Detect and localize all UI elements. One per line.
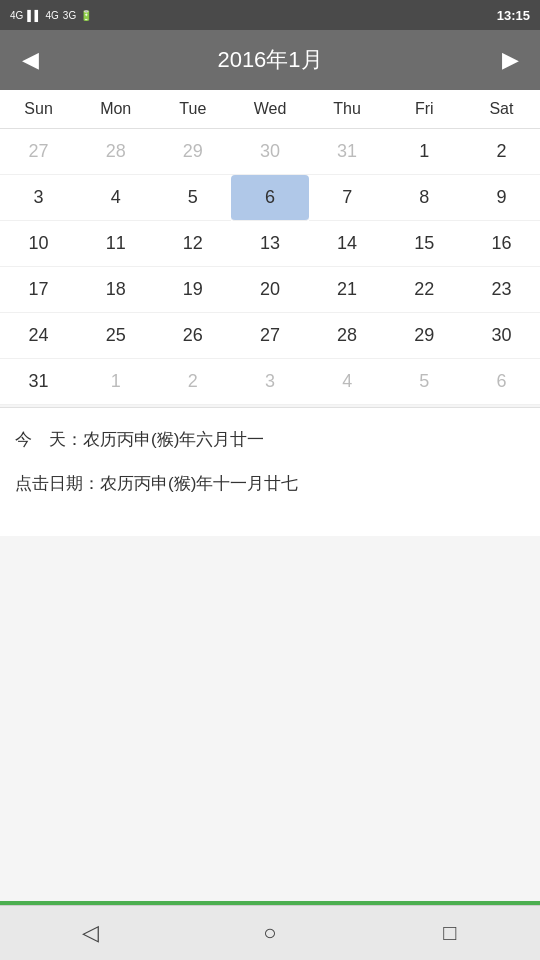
calendar-cell-week5-day3[interactable]: 3 [231, 359, 308, 405]
calendar-cell-week2-day1[interactable]: 11 [77, 221, 154, 267]
calendar: SunMonTueWedThuFriSat 272829303112345678… [0, 90, 540, 405]
weekday-header-mon: Mon [77, 90, 154, 128]
calendar-cell-week1-day5[interactable]: 8 [386, 175, 463, 221]
calendar-cell-week5-day5[interactable]: 5 [386, 359, 463, 405]
status-icons: 4G ▌▌ 4G 3G 🔋 [10, 10, 92, 21]
calendar-cell-week5-day6[interactable]: 6 [463, 359, 540, 405]
calendar-cell-week3-day0[interactable]: 17 [0, 267, 77, 313]
clicked-value: 农历丙申(猴)年十一月廿七 [100, 474, 298, 493]
calendar-cell-week5-day1[interactable]: 1 [77, 359, 154, 405]
calendar-cell-week1-day3[interactable]: 6 [231, 175, 308, 221]
calendar-cell-week3-day1[interactable]: 18 [77, 267, 154, 313]
calendar-cell-week2-day5[interactable]: 15 [386, 221, 463, 267]
calendar-cell-week3-day2[interactable]: 19 [154, 267, 231, 313]
calendar-cell-week3-day6[interactable]: 23 [463, 267, 540, 313]
weekday-header-tue: Tue [154, 90, 231, 128]
calendar-cell-week1-day1[interactable]: 4 [77, 175, 154, 221]
clicked-date-row: 点击日期：农历丙申(猴)年十一月廿七 [15, 472, 525, 496]
calendar-cell-week3-day4[interactable]: 21 [309, 267, 386, 313]
status-time: 13:15 [497, 8, 530, 23]
calendar-grid: 2728293031123456789101112131415161718192… [0, 129, 540, 405]
weekday-header-sun: Sun [0, 90, 77, 128]
calendar-cell-week2-day2[interactable]: 12 [154, 221, 231, 267]
calendar-cell-week4-day6[interactable]: 30 [463, 313, 540, 359]
today-label: 今 天： [15, 430, 83, 449]
signal-bars: ▌▌ [27, 10, 41, 21]
calendar-title: 2016年1月 [50, 45, 490, 75]
weekday-header-sat: Sat [463, 90, 540, 128]
signal-4g-1: 4G [10, 10, 23, 21]
calendar-cell-week5-day0[interactable]: 31 [0, 359, 77, 405]
status-bar: 4G ▌▌ 4G 3G 🔋 13:15 [0, 0, 540, 30]
weekday-header-wed: Wed [231, 90, 308, 128]
calendar-nav-header: ◀ 2016年1月 ▶ [0, 30, 540, 90]
calendar-cell-week2-day3[interactable]: 13 [231, 221, 308, 267]
weekday-header-thu: Thu [309, 90, 386, 128]
calendar-cell-week1-day6[interactable]: 9 [463, 175, 540, 221]
prev-month-button[interactable]: ◀ [10, 40, 50, 80]
calendar-cell-week4-day5[interactable]: 29 [386, 313, 463, 359]
calendar-cell-week3-day3[interactable]: 20 [231, 267, 308, 313]
calendar-cell-week0-day6[interactable]: 2 [463, 129, 540, 175]
bottom-nav: ◁ ○ □ [0, 905, 540, 960]
calendar-cell-week0-day2[interactable]: 29 [154, 129, 231, 175]
home-button[interactable]: ○ [240, 913, 300, 953]
calendar-cell-week2-day6[interactable]: 16 [463, 221, 540, 267]
calendar-cell-week0-day4[interactable]: 31 [309, 129, 386, 175]
weekday-header-fri: Fri [386, 90, 463, 128]
calendar-cell-week0-day3[interactable]: 30 [231, 129, 308, 175]
signal-4g-2: 4G [46, 10, 59, 21]
calendar-cell-week4-day4[interactable]: 28 [309, 313, 386, 359]
calendar-cell-week1-day0[interactable]: 3 [0, 175, 77, 221]
calendar-cell-week0-day5[interactable]: 1 [386, 129, 463, 175]
calendar-cell-week1-day2[interactable]: 5 [154, 175, 231, 221]
info-section: 今 天：农历丙申(猴)年六月廿一 点击日期：农历丙申(猴)年十一月廿七 [0, 407, 540, 536]
calendar-cell-week1-day4[interactable]: 7 [309, 175, 386, 221]
signal-3g: 3G [63, 10, 76, 21]
calendar-cell-week0-day0[interactable]: 27 [0, 129, 77, 175]
calendar-cell-week5-day4[interactable]: 4 [309, 359, 386, 405]
calendar-cell-week4-day1[interactable]: 25 [77, 313, 154, 359]
today-value: 农历丙申(猴)年六月廿一 [83, 430, 264, 449]
back-button[interactable]: ◁ [60, 913, 120, 953]
calendar-cell-week2-day0[interactable]: 10 [0, 221, 77, 267]
clicked-label: 点击日期： [15, 474, 100, 493]
weekdays-row: SunMonTueWedThuFriSat [0, 90, 540, 129]
calendar-cell-week4-day2[interactable]: 26 [154, 313, 231, 359]
calendar-cell-week3-day5[interactable]: 22 [386, 267, 463, 313]
calendar-cell-week4-day3[interactable]: 27 [231, 313, 308, 359]
next-month-button[interactable]: ▶ [490, 40, 530, 80]
calendar-cell-week5-day2[interactable]: 2 [154, 359, 231, 405]
calendar-cell-week2-day4[interactable]: 14 [309, 221, 386, 267]
battery-icon: 🔋 [80, 10, 92, 21]
calendar-cell-week0-day1[interactable]: 28 [77, 129, 154, 175]
calendar-cell-week4-day0[interactable]: 24 [0, 313, 77, 359]
today-info-row: 今 天：农历丙申(猴)年六月廿一 [15, 428, 525, 452]
recent-apps-button[interactable]: □ [420, 913, 480, 953]
